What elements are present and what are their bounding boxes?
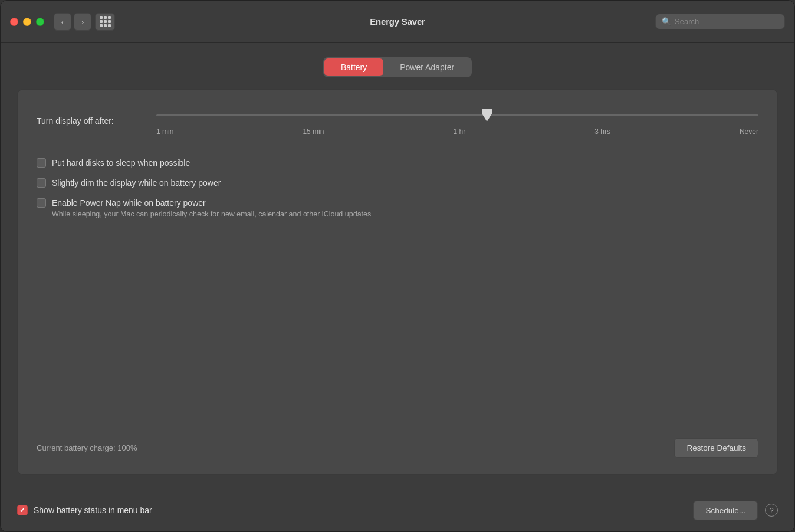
help-button[interactable]: ? — [765, 504, 778, 517]
slider-label-1min: 1 min — [156, 127, 173, 136]
tabs: Battery Power Adapter — [323, 57, 472, 77]
maximize-button[interactable] — [36, 18, 44, 26]
checkbox-power-nap[interactable] — [37, 198, 46, 208]
content-area: Battery Power Adapter Turn display off a… — [1, 43, 794, 489]
window: ‹ › Energy Saver 🔍 Battery — [0, 0, 795, 532]
search-box: 🔍 — [655, 14, 785, 29]
grid-view-button[interactable] — [95, 13, 115, 31]
slider-track-container — [156, 106, 758, 124]
slider-label: Turn display off after: — [37, 116, 146, 126]
bottom-bar: Show battery status in menu bar Schedule… — [1, 489, 794, 531]
slider-labels: 1 min 15 min 1 hr 3 hrs Never — [156, 127, 758, 136]
restore-defaults-button[interactable]: Restore Defaults — [674, 438, 758, 458]
bottom-right: Schedule... ? — [693, 501, 778, 520]
option-power-nap-sublabel: While sleeping, your Mac can periodicall… — [52, 209, 758, 220]
option-power-nap: Enable Power Nap while on battery power … — [37, 198, 758, 220]
option-dim-display-label: Slightly dim the display while on batter… — [52, 178, 221, 188]
slider-wrapper: 1 min 15 min 1 hr 3 hrs Never — [156, 106, 758, 136]
slider-label-3hrs: 3 hrs — [594, 127, 610, 136]
option-dim-display: Slightly dim the display while on batter… — [37, 178, 758, 188]
minimize-button[interactable] — [23, 18, 31, 26]
nav-buttons: ‹ › — [54, 13, 91, 31]
back-icon: ‹ — [61, 17, 64, 27]
traffic-lights — [10, 18, 44, 26]
titlebar: ‹ › Energy Saver 🔍 — [1, 1, 794, 43]
window-title: Energy Saver — [370, 17, 425, 27]
grid-icon — [100, 16, 111, 27]
forward-icon: › — [81, 17, 84, 27]
slider-label-15min: 15 min — [303, 127, 324, 136]
tab-power-adapter[interactable]: Power Adapter — [383, 58, 471, 76]
schedule-button[interactable]: Schedule... — [693, 501, 758, 520]
panel-footer: Current battery charge: 100% Restore Def… — [37, 426, 758, 458]
slider-label-1hr: 1 hr — [453, 127, 465, 136]
battery-charge-label: Current battery charge: 100% — [37, 444, 137, 452]
option-hard-disks: Put hard disks to sleep when possible — [37, 158, 758, 168]
show-battery-label: Show battery status in menu bar — [34, 505, 152, 515]
option-hard-disks-label: Put hard disks to sleep when possible — [52, 158, 190, 168]
settings-panel: Turn display off after: 1 min 15 min 1 h… — [17, 89, 778, 475]
checkbox-dim-display[interactable] — [37, 178, 46, 188]
option-power-nap-label: Enable Power Nap while on battery power — [52, 198, 206, 208]
tabs-container: Battery Power Adapter — [17, 57, 778, 77]
back-button[interactable]: ‹ — [54, 13, 71, 31]
show-battery-row: Show battery status in menu bar — [17, 505, 152, 515]
search-icon: 🔍 — [662, 17, 671, 26]
search-input[interactable] — [675, 17, 778, 26]
slider-label-never: Never — [740, 127, 758, 136]
forward-button[interactable]: › — [74, 13, 91, 31]
close-button[interactable] — [10, 18, 18, 26]
slider-section: Turn display off after: 1 min 15 min 1 h… — [37, 106, 758, 136]
tab-battery[interactable]: Battery — [324, 58, 383, 76]
checkbox-hard-disks[interactable] — [37, 158, 46, 168]
display-off-slider[interactable] — [156, 114, 758, 116]
options-section: Put hard disks to sleep when possible Sl… — [37, 152, 758, 220]
checkbox-show-battery[interactable] — [17, 505, 28, 515]
